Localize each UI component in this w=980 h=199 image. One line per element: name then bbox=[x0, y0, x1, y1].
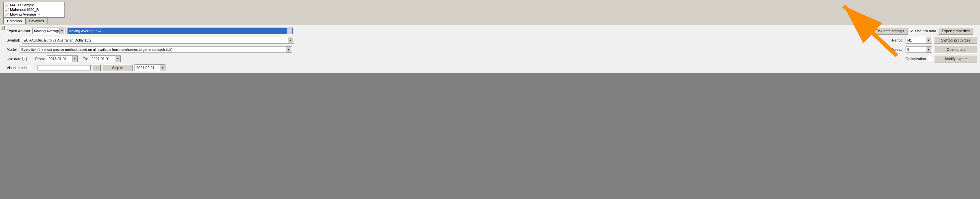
tab-favorites[interactable]: Favorites bbox=[25, 18, 48, 24]
use-tick-data-checkbox[interactable] bbox=[910, 29, 914, 33]
pause-button[interactable]: ⏸ bbox=[93, 64, 101, 71]
mahmoud-icon: 📈 bbox=[5, 8, 9, 12]
expert-advisor-label: Expert Advisor bbox=[6, 29, 30, 33]
strategy-tester-dialog: × Expert Advisor Moving Average ▼ Moving… bbox=[0, 25, 980, 73]
nav-item-moving-average-label: Moving Average bbox=[10, 12, 36, 16]
progress-bar bbox=[38, 65, 91, 70]
nav-item-macd[interactable]: 📈 MACD Sample bbox=[4, 3, 64, 7]
nav-item-mahmoud[interactable]: 📈 Mahmoud1990_B bbox=[4, 7, 64, 12]
model-dropdown[interactable]: Every tick (the most precise method base… bbox=[20, 46, 292, 53]
period-label: Period: bbox=[892, 38, 904, 42]
visual-mode-container: Visual mode bbox=[6, 66, 32, 70]
symbol-row: Symbol: EURAUDm, Euro vs Australian Doll… bbox=[0, 35, 980, 45]
period-dropdown-arrow[interactable]: ▼ bbox=[926, 37, 931, 43]
background-area bbox=[0, 73, 980, 199]
model-dropdown-arrow[interactable]: ▼ bbox=[286, 46, 291, 53]
expert-properties-button[interactable]: Expert properties bbox=[938, 27, 974, 35]
use-date-container: Use date bbox=[6, 57, 27, 61]
use-tick-data-container: Use tick data bbox=[910, 29, 937, 33]
symbol-properties-button[interactable]: Symbol properties bbox=[934, 37, 977, 44]
macd-icon: 📈 bbox=[5, 3, 9, 7]
skip-to-button[interactable]: Skip to bbox=[103, 64, 132, 71]
open-chart-button[interactable]: Open chart bbox=[934, 46, 977, 53]
nav-item-moving-average[interactable]: 📈 Moving Average ▼ bbox=[4, 12, 64, 17]
model-label: Model: bbox=[6, 48, 18, 51]
skip-to-date-btn[interactable]: ▼ bbox=[160, 65, 165, 71]
pause-icon: ⏸ bbox=[95, 66, 98, 70]
close-button[interactable]: × bbox=[1, 26, 5, 30]
symbol-dropdown-arrow[interactable]: ▼ bbox=[288, 37, 293, 43]
from-date-btn[interactable]: ▼ bbox=[72, 56, 77, 62]
modify-expert-button[interactable]: Modify expert bbox=[934, 55, 977, 62]
expert-advisor-dropdown[interactable]: Moving Average ▼ bbox=[32, 27, 65, 34]
navigator-tree: 📈 MACD Sample 📈 Mahmoud1990_B 📈 Moving A… bbox=[3, 2, 65, 18]
nav-item-macd-label: MACD Sample bbox=[10, 3, 34, 7]
visual-mode-checkbox[interactable] bbox=[28, 66, 32, 70]
symbol-dropdown[interactable]: EURAUDm, Euro vs Australian Dollar (3.2)… bbox=[22, 37, 294, 43]
spread-dropdown[interactable]: 5 ▼ bbox=[905, 46, 932, 53]
use-date-label: Use date bbox=[6, 57, 21, 61]
use-tick-data-label: Use tick data bbox=[915, 29, 937, 33]
period-dropdown[interactable]: H1 ▼ bbox=[905, 37, 932, 43]
spread-label: Spread: bbox=[891, 48, 904, 51]
visual-mode-label: Visual mode bbox=[6, 66, 27, 70]
expert-advisor-value-field[interactable]: Moving Average.ex4 ▼ bbox=[67, 27, 293, 34]
ea-dropdown-arrow[interactable]: ▼ bbox=[59, 28, 64, 34]
to-label: To: bbox=[83, 57, 88, 61]
date-row: Use date From: 2018.01.01 ▼ To: 2021.01.… bbox=[0, 54, 980, 64]
from-date-field[interactable]: 2018.01.01 ▼ bbox=[47, 56, 78, 62]
optimization-checkbox[interactable] bbox=[928, 57, 932, 61]
to-date-field[interactable]: 2021.01.01 ▼ bbox=[90, 56, 121, 62]
model-row: Model: Every tick (the most precise meth… bbox=[0, 45, 980, 54]
nav-item-mahmoud-label: Mahmoud1990_B bbox=[10, 8, 39, 12]
tab-common[interactable]: Common bbox=[3, 18, 25, 24]
moving-average-icon: 📈 bbox=[5, 13, 9, 16]
skip-to-date-field[interactable]: 2021.02.21 ▼ bbox=[135, 64, 165, 71]
to-date-btn[interactable]: ▼ bbox=[115, 56, 120, 62]
from-label: From: bbox=[35, 57, 45, 61]
symbol-label: Symbol: bbox=[6, 38, 20, 42]
ea-value-arrow[interactable]: ▼ bbox=[287, 28, 292, 34]
use-date-checkbox[interactable] bbox=[22, 57, 27, 61]
spread-dropdown-arrow[interactable]: ▼ bbox=[926, 46, 931, 53]
navigator-panel: 📈 MACD Sample 📈 Mahmoud1990_B 📈 Moving A… bbox=[0, 0, 980, 25]
tick-data-settings-button[interactable]: Tick data settings bbox=[872, 27, 908, 35]
scroll-down-icon[interactable]: ▼ bbox=[38, 13, 41, 16]
visual-mode-row: Visual mode ⏸ Skip to 2021.02.21 ▼ bbox=[0, 64, 980, 73]
optimization-label: Optimization bbox=[905, 57, 926, 61]
